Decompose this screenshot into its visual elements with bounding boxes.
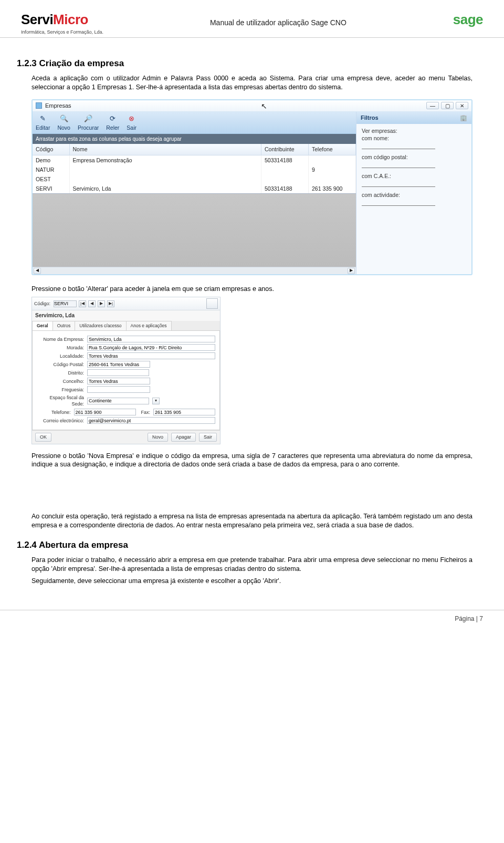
tab-geral[interactable]: Geral [32,321,53,330]
nav-prev-button[interactable]: ◀ [88,300,96,307]
table-row[interactable]: SERVIServimicro, Lda503314188261 335 900 [33,184,356,193]
in-distrito[interactable] [87,369,149,376]
empresas-titlebar: Empresas ↖ — ▢ ✕ [33,100,471,112]
in-localidade[interactable] [87,352,215,359]
para-123-4: Ao concluir esta operação, terá registad… [32,512,472,530]
empresa-tabs: Geral Outros Utilizadores c/acesso Anos … [32,321,220,330]
close-button[interactable]: ✕ [456,102,468,109]
in-morada[interactable] [87,344,215,351]
lbl-com-cae: com C.A.E.: [362,172,466,180]
para-123-1: Aceda a aplicação com o utilizador Admin… [32,74,472,92]
logo-sage: sage [453,11,483,29]
scroll-right-icon[interactable]: ▶ [348,268,355,274]
ok-button[interactable]: OK [35,433,51,441]
in-nome[interactable] [87,336,215,342]
in-freguesia[interactable] [87,386,150,393]
para-123-3: Pressione o botão 'Nova Empresa' e indiq… [32,452,472,470]
tab-anos[interactable]: Anos e aplicações [126,321,172,330]
lbl-nome: Nome da Empresa: [37,336,84,342]
group-by-bar[interactable]: Arrastar para esta zona as colunas pelas… [33,134,356,144]
filter-cp-input[interactable] [362,161,435,168]
dialog-empresa-detail: Código: |◀ ◀ ▶ ▶| Servimicro, Lda Geral … [32,297,220,444]
cursor-icon: ↖ [261,101,267,111]
nav-next-button[interactable]: ▶ [98,300,105,307]
lbl-fax: Fax: [139,409,151,415]
code-input[interactable] [54,300,77,307]
nav-first-button[interactable]: |◀ [79,300,86,307]
hscrollbar[interactable]: ◀ ▶ [33,267,356,274]
exit-icon: ⊗ [127,114,136,123]
lbl-cp: Código Postal: [37,361,84,368]
logo-text-micro: Micro [53,12,88,27]
nav-last-button[interactable]: ▶| [107,300,114,307]
lbl-morada: Morada: [37,345,84,351]
grid-empty-area [33,193,356,267]
tb-reler[interactable]: ⟳Reler [106,114,119,131]
in-cp[interactable] [87,361,150,368]
page-number: Página | 7 [455,615,483,622]
lbl-com-nome: com nome: [362,134,466,142]
tb-procurar-label: Procurar [78,124,99,131]
lbl-freguesia: Freguesia: [37,387,84,393]
in-telefone[interactable] [74,409,136,415]
sair-button[interactable]: Sair [199,433,217,441]
lbl-ver-empresas: Ver empresas: [362,127,466,134]
empresa-toolbar: Código: |◀ ◀ ▶ ▶| [32,297,220,310]
window-icon [36,102,42,109]
pencil-icon: ✎ [38,114,48,123]
lbl-com-cp: com código postal: [362,153,466,161]
lbl-telefone: Telefone: [37,409,71,415]
logo-servimicro: ServiMicro Informática, Serviços e Forma… [21,11,103,35]
table-row[interactable]: DemoEmpresa Demonstração503314188 [33,155,356,165]
logo-subtitle: Informática, Serviços e Formação, Lda. [21,29,103,35]
filter-act-input[interactable] [362,199,435,206]
lookup-button[interactable] [206,298,218,309]
page-header: ServiMicro Informática, Serviços e Forma… [0,0,504,38]
scroll-left-icon[interactable]: ◀ [34,268,41,274]
empresas-title: Empresas [45,102,71,110]
minimize-button[interactable]: — [426,102,439,109]
code-label: Código: [34,300,50,307]
empresa-bottombar: OK Novo Apagar Sair [32,430,220,443]
tb-novo[interactable]: 🔍Novo [57,114,70,131]
table-row[interactable]: NATUR9 [33,165,356,174]
lbl-concelho: Concelho: [37,378,84,384]
tab-utilizadores[interactable]: Utilizadores c/acesso [75,321,126,330]
espaco-dropdown-icon[interactable]: ▾ [152,398,160,404]
apagar-button[interactable]: Apagar [171,433,196,441]
heading-123: 1.2.3 Criação da empresa [17,58,472,70]
filters-title: Filtros [361,114,379,122]
page-footer: Página | 7 [0,610,504,636]
novo-button[interactable]: Novo [148,433,168,441]
filter-nome-input[interactable] [362,142,435,149]
company-name: Servimicro, Lda [32,310,220,321]
dialog-empresas: Empresas ↖ — ▢ ✕ ✎Editar 🔍Novo 🔎Procurar… [32,99,472,275]
filter-cae-input[interactable] [362,180,435,187]
para-124-2: Seguidamente, deve seleccionar uma empre… [32,577,472,586]
in-email[interactable] [87,417,215,424]
in-fax[interactable] [153,409,215,415]
maximize-button[interactable]: ▢ [441,102,454,109]
header-doc-title: Manual de utilizador aplicação Sage CNO [210,18,346,28]
tb-sair-label: Sair [127,124,136,131]
tb-editar[interactable]: ✎Editar [36,114,50,131]
col-tel[interactable]: Telefone [309,144,356,155]
empresas-grid: Código Nome Contribuinte Telefone DemoEm… [33,144,356,193]
search-icon: 🔎 [83,114,93,123]
refresh-icon: ⟳ [108,114,118,123]
magnifier-icon: 🔍 [59,114,69,123]
in-concelho[interactable] [87,378,150,384]
col-codigo[interactable]: Código [33,144,69,155]
table-row[interactable]: OEST [33,174,356,184]
empresas-toolbar: ✎Editar 🔍Novo 🔎Procurar ⟳Reler ⊗Sair [33,112,356,134]
tb-novo-label: Novo [57,124,70,131]
tb-procurar[interactable]: 🔎Procurar [78,114,99,131]
para-124-1: Para poder iniciar o trabalho, é necessá… [32,556,472,574]
tb-editar-label: Editar [36,124,50,131]
lbl-localidade: Localidade: [37,353,84,359]
col-contrib[interactable]: Contribuinte [261,144,309,155]
tab-outros[interactable]: Outros [52,321,76,330]
in-espaco[interactable] [87,398,149,404]
col-nome[interactable]: Nome [69,144,261,155]
tb-sair[interactable]: ⊗Sair [127,114,136,131]
